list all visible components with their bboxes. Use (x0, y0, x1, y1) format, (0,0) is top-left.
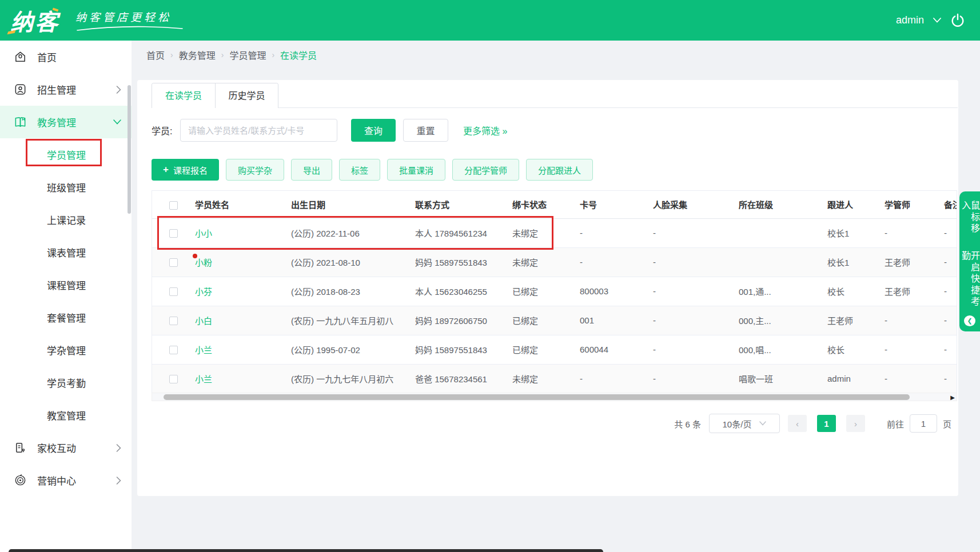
table-row: 小小 (公历) 2022-11-06 本人 17894561234 未绑定 - … (152, 218, 957, 247)
next-page-button[interactable]: › (846, 415, 865, 432)
plus-icon: + (163, 164, 169, 175)
target-icon (14, 474, 27, 487)
cell-card-number: 600044 (580, 335, 653, 364)
breadcrumb-home[interactable]: 首页 (146, 48, 165, 62)
col-card-number: 卡号 (580, 191, 653, 218)
tab-history-students[interactable]: 历史学员 (215, 83, 278, 108)
scrollbar-thumb[interactable] (164, 394, 910, 400)
sidebar: 首页 招生管理 教务管理 学员管理 班级管理 上课记录 课表管理 课程管理 套餐… (0, 41, 132, 552)
table-row: 小兰 (公历) 1995-07-02 妈妈 15897551843 已绑定 60… (152, 335, 957, 364)
cell-class: 000,唱... (739, 335, 827, 364)
student-name-link[interactable]: 小兰 (195, 374, 212, 384)
sidebar-item-academic[interactable]: 教务管理 (0, 106, 132, 138)
tags-button[interactable]: 标签 (339, 159, 380, 181)
cell-follower: 校长1 (827, 247, 885, 277)
breadcrumb-academic[interactable]: 教务管理 (179, 48, 216, 62)
row-checkbox[interactable] (169, 258, 178, 267)
sidebar-subitem-student-management[interactable]: 学员管理 (0, 138, 132, 171)
sidebar-subitem-package-management[interactable]: 套餐管理 (0, 301, 132, 334)
row-checkbox[interactable] (169, 317, 178, 325)
student-search-input[interactable] (180, 119, 337, 142)
row-checkbox[interactable] (169, 287, 178, 296)
sidebar-item-label: 首页 (37, 50, 57, 64)
batch-deduct-button[interactable]: 批量课消 (387, 159, 445, 181)
sidebar-subitem-timetable[interactable]: 课表管理 (0, 236, 132, 269)
student-name-link[interactable]: 小白 (195, 316, 212, 326)
cell-card-status: 已绑定 (512, 306, 580, 335)
cell-remark: - (944, 277, 957, 306)
cell-class (739, 247, 827, 277)
quick-attendance-panel[interactable]: 鼠标移入 开启快捷考勤 ❮ (959, 191, 980, 331)
cell-card-status: 未绑定 (512, 218, 580, 247)
prev-page-button[interactable]: ‹ (788, 415, 807, 432)
cell-card-number: 001 (580, 306, 653, 335)
cell-contact: 本人 17894561234 (415, 218, 512, 247)
course-enroll-button[interactable]: + 课程报名 (152, 159, 219, 181)
assign-advisor-button[interactable]: 分配学管师 (452, 159, 519, 181)
reset-button[interactable]: 重置 (403, 119, 448, 142)
goto-page-input[interactable] (910, 414, 937, 433)
power-logout-icon[interactable] (950, 13, 965, 28)
search-button[interactable]: 查询 (351, 119, 396, 142)
col-birth-date: 出生日期 (291, 191, 415, 218)
student-name-link[interactable]: 小粉 (195, 258, 212, 267)
row-checkbox[interactable] (169, 346, 178, 354)
cell-follower: 校长 (827, 335, 885, 364)
cell-birth: (公历) 2022-11-06 (291, 218, 415, 247)
cell-follower: admin (827, 364, 885, 393)
page-size-select[interactable]: 10条/页 (709, 414, 780, 433)
sidebar-subitem-classroom-management[interactable]: 教室管理 (0, 399, 132, 431)
assign-follower-button[interactable]: 分配跟进人 (526, 159, 593, 181)
collapse-toggle-icon[interactable]: ❮ (964, 315, 975, 326)
current-page-button[interactable]: 1 (817, 415, 836, 432)
horizontal-scrollbar[interactable]: ▶ (152, 393, 957, 401)
sidebar-subitem-attendance[interactable]: 学员考勤 (0, 366, 132, 399)
export-button[interactable]: 导出 (291, 159, 332, 181)
chevron-down-icon[interactable] (933, 18, 941, 23)
student-name-link[interactable]: 小小 (195, 229, 212, 238)
sidebar-subitem-course-management[interactable]: 课程管理 (0, 269, 132, 301)
cell-card-number: - (580, 364, 653, 393)
sidebar-item-home-school[interactable]: 家校互动 (0, 431, 132, 464)
student-name-link[interactable]: 小芬 (195, 287, 212, 297)
student-name-link[interactable]: 小兰 (195, 345, 212, 355)
students-table: 学员姓名 出生日期 联系方式 绑卡状态 卡号 人脸采集 所在班级 跟进人 学管师… (152, 190, 957, 394)
sidebar-item-home[interactable]: 首页 (0, 41, 132, 73)
breadcrumb-current: 在读学员 (280, 48, 317, 62)
sidebar-item-admissions[interactable]: 招生管理 (0, 73, 132, 106)
sidebar-subitem-lesson-records[interactable]: 上课记录 (0, 203, 132, 236)
chevron-right-icon (116, 86, 121, 94)
brand-logo: 纳客 (10, 4, 59, 37)
table-row: 小白 (农历) 一九九八年五月初八 妈妈 18972606750 已绑定 001… (152, 306, 957, 335)
tab-current-students[interactable]: 在读学员 (152, 83, 215, 108)
sidebar-scrollbar[interactable] (128, 85, 131, 214)
cell-birth: (公历) 2018-08-23 (291, 277, 415, 306)
more-filters-link[interactable]: 更多筛选 » (463, 123, 507, 137)
chevron-down-icon (759, 421, 766, 426)
col-advisor: 学管师 (885, 191, 944, 218)
sidebar-subitem-class-management[interactable]: 班级管理 (0, 171, 132, 203)
buy-misc-fees-button[interactable]: 购买学杂 (226, 159, 284, 181)
cell-remark: - (944, 218, 957, 247)
scroll-right-arrow-icon[interactable]: ▶ (950, 394, 955, 401)
tab-bar: 在读学员 历史学员 (152, 83, 958, 108)
cell-face-capture: - (653, 364, 739, 393)
chevron-right-icon (116, 444, 121, 452)
user-menu[interactable]: admin (896, 14, 924, 26)
breadcrumb-separator: › (272, 50, 274, 59)
cell-follower: 王老师 (827, 306, 885, 335)
cell-contact: 妈妈 18972606750 (415, 306, 512, 335)
sidebar-item-marketing[interactable]: 营销中心 (0, 464, 132, 497)
cell-remark: - (944, 306, 957, 335)
col-card-status: 绑卡状态 (512, 191, 580, 218)
row-checkbox[interactable] (169, 375, 178, 383)
breadcrumb-student-mgmt[interactable]: 学员管理 (229, 48, 266, 62)
home-icon (14, 50, 27, 64)
topbar: 纳客 纳客管店更轻松 admin (0, 0, 980, 41)
cell-contact: 爸爸 15678234561 (415, 364, 512, 393)
sidebar-item-label: 招生管理 (37, 82, 76, 97)
sidebar-subitem-misc-fees[interactable]: 学杂管理 (0, 334, 132, 366)
cell-card-status: 已绑定 (512, 335, 580, 364)
row-checkbox[interactable] (169, 229, 178, 238)
select-all-checkbox[interactable] (169, 201, 178, 210)
